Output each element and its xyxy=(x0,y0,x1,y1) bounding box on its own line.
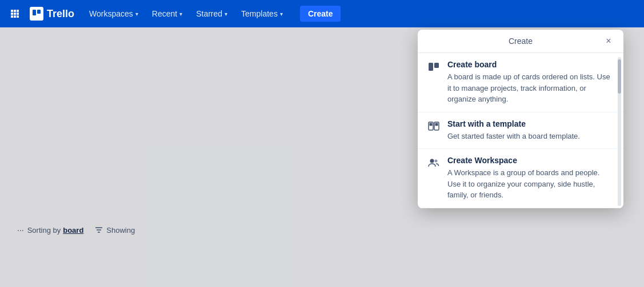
svg-rect-1 xyxy=(14,10,16,12)
workspaces-chevron-icon: ▾ xyxy=(135,11,138,17)
svg-rect-15 xyxy=(434,63,439,68)
svg-point-21 xyxy=(435,160,438,163)
dropdown-title: Create xyxy=(509,37,533,46)
starred-label: Starred xyxy=(196,9,222,18)
scrollbar[interactable] xyxy=(618,57,621,206)
trello-logo-icon xyxy=(30,7,43,21)
svg-rect-2 xyxy=(17,10,19,12)
svg-rect-19 xyxy=(435,123,438,126)
navbar: Trello Workspaces ▾ Recent ▾ Starred ▾ T… xyxy=(0,0,644,27)
create-board-item[interactable]: Create board A board is made up of cards… xyxy=(418,53,623,112)
create-dropdown: Create × Create board A board is made up… xyxy=(418,30,623,208)
svg-rect-0 xyxy=(11,10,13,12)
nav-recent[interactable]: Recent ▾ xyxy=(146,6,188,22)
templates-label: Templates xyxy=(241,9,278,18)
starred-chevron-icon: ▾ xyxy=(225,11,227,17)
recent-label: Recent xyxy=(152,9,177,18)
workspace-icon xyxy=(427,157,441,168)
close-button[interactable]: × xyxy=(601,33,617,49)
main-area: Pr ··· Sorting by board Showing Create × xyxy=(0,27,644,287)
template-icon xyxy=(427,120,441,132)
svg-rect-5 xyxy=(17,13,19,15)
nav-workspaces[interactable]: Workspaces ▾ xyxy=(83,6,144,22)
create-board-content: Create board A board is made up of cards… xyxy=(447,60,614,105)
start-template-desc: Get started faster with a board template… xyxy=(447,131,580,142)
svg-rect-7 xyxy=(14,15,16,18)
trello-logo-text: Trello xyxy=(47,8,74,20)
start-template-content: Start with a template Get started faster… xyxy=(447,119,580,142)
svg-rect-9 xyxy=(33,10,36,15)
start-template-item[interactable]: Start with a template Get started faster… xyxy=(418,112,623,149)
create-workspace-title: Create Workspace xyxy=(447,156,614,165)
create-workspace-item[interactable]: Create Workspace A Workspace is a group … xyxy=(418,149,623,208)
create-workspace-content: Create Workspace A Workspace is a group … xyxy=(447,156,614,201)
templates-chevron-icon: ▾ xyxy=(280,11,283,17)
dropdown-header: Create × xyxy=(418,30,623,53)
create-board-title: Create board xyxy=(447,60,614,69)
svg-rect-3 xyxy=(11,13,13,15)
svg-rect-4 xyxy=(14,13,16,15)
nav-templates[interactable]: Templates ▾ xyxy=(235,6,289,22)
scrollbar-thumb xyxy=(618,59,621,94)
svg-rect-18 xyxy=(430,123,433,126)
svg-rect-10 xyxy=(37,10,41,14)
svg-rect-8 xyxy=(17,15,19,18)
create-workspace-desc: A Workspace is a group of boards and peo… xyxy=(447,167,614,201)
grid-menu-icon[interactable] xyxy=(7,6,23,22)
start-template-title: Start with a template xyxy=(447,119,580,128)
workspaces-label: Workspaces xyxy=(89,9,133,18)
create-board-desc: A board is made up of cards ordered on l… xyxy=(447,71,614,105)
nav-starred[interactable]: Starred ▾ xyxy=(190,6,233,22)
svg-point-20 xyxy=(430,159,434,163)
recent-chevron-icon: ▾ xyxy=(179,11,182,17)
create-button[interactable]: Create xyxy=(300,6,341,22)
svg-rect-14 xyxy=(429,63,433,71)
trello-logo[interactable]: Trello xyxy=(25,5,79,23)
board-icon xyxy=(427,61,441,72)
svg-rect-6 xyxy=(11,15,13,18)
